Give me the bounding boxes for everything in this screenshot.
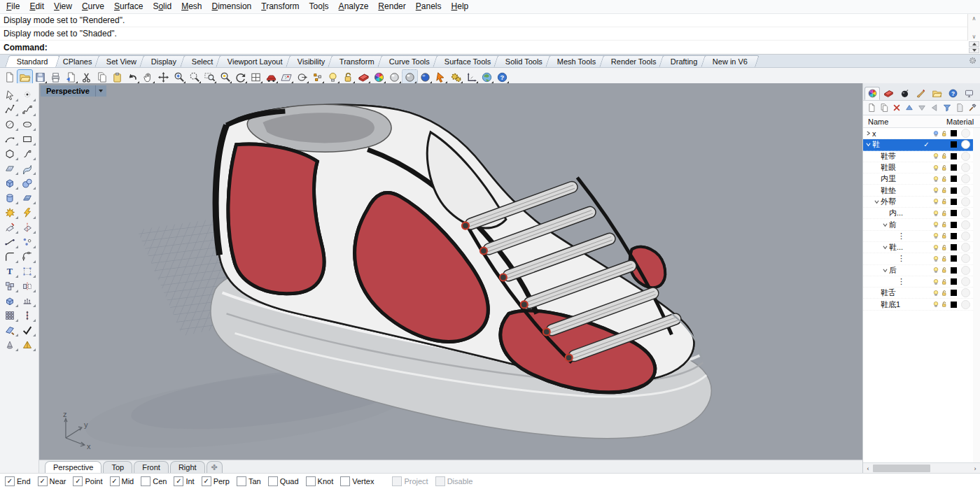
copy-icon[interactable] xyxy=(94,70,109,85)
layer-lock-icon[interactable] xyxy=(940,164,948,171)
command-history-scrollbar[interactable]: ∧ ∨ xyxy=(967,14,980,41)
layer-lock-icon[interactable] xyxy=(940,278,948,285)
viewport-title[interactable]: Perspective xyxy=(41,85,106,97)
spinner-up-icon[interactable] xyxy=(969,41,979,47)
display-wheel-tab[interactable] xyxy=(864,87,880,100)
layer-visibility-bulb-icon[interactable] xyxy=(932,210,940,217)
layer-row-鞋带[interactable]: 鞋带 xyxy=(863,151,973,162)
fillet-handles-icon[interactable] xyxy=(20,250,36,263)
control-points-icon[interactable] xyxy=(20,264,36,278)
cylinder-icon[interactable] xyxy=(2,191,18,204)
layer-visibility-bulb-icon[interactable] xyxy=(932,221,940,228)
viewport-tab-perspective[interactable]: Perspective xyxy=(45,461,102,474)
layer-lock-icon[interactable] xyxy=(940,244,948,251)
layer-color-swatch[interactable] xyxy=(948,267,958,274)
layer-row--[interactable]: ⋮ xyxy=(863,231,973,242)
save-icon[interactable] xyxy=(33,70,48,85)
polyline-icon[interactable] xyxy=(2,103,18,116)
layer-lock-icon[interactable] xyxy=(940,198,948,205)
add-viewport-tab-button[interactable]: ✤ xyxy=(206,461,223,474)
zoom-window-icon[interactable] xyxy=(202,70,217,85)
layer-color-swatch[interactable] xyxy=(948,290,958,296)
wireframe-display-icon[interactable] xyxy=(387,70,402,85)
layer-color-swatch[interactable] xyxy=(948,141,958,148)
command-history[interactable]: Display mode set to "Rendered". Display … xyxy=(0,14,980,41)
layer-row-鞋底1[interactable]: 鞋底1 xyxy=(863,299,973,310)
menu-panels[interactable]: Panels xyxy=(411,1,447,13)
osnap-cen-checkbox[interactable] xyxy=(141,476,150,486)
delete-layer-button[interactable] xyxy=(892,103,902,113)
layer-row--[interactable]: ⋮ xyxy=(863,276,973,288)
set-cplane-icon[interactable] xyxy=(295,70,309,85)
layer-color-swatch[interactable] xyxy=(948,187,958,194)
layer-material-circle[interactable] xyxy=(958,220,973,229)
menu-file[interactable]: File xyxy=(1,1,24,13)
monitor-tab[interactable] xyxy=(961,87,976,100)
layer-visibility-bulb-icon[interactable] xyxy=(932,301,940,308)
measure-icon[interactable] xyxy=(464,70,479,85)
chevron-down-icon[interactable] xyxy=(864,142,872,147)
materials-tab[interactable] xyxy=(881,87,896,100)
chevron-down-icon[interactable] xyxy=(881,222,889,227)
layer-lock-icon[interactable] xyxy=(940,290,948,297)
viewport-title-label[interactable]: Perspective xyxy=(41,85,95,97)
layer-color-swatch[interactable] xyxy=(948,244,958,250)
viewport-layout-icon[interactable] xyxy=(248,70,263,85)
toolbar-tab-curve-tools[interactable]: Curve Tools xyxy=(377,55,441,67)
osnap-vertex-checkbox[interactable] xyxy=(340,476,350,486)
layer-row--[interactable]: ⋮ xyxy=(863,253,973,264)
mirror-icon[interactable] xyxy=(20,279,36,292)
fillet-curve-icon[interactable] xyxy=(2,250,18,263)
layer-visibility-bulb-icon[interactable] xyxy=(932,255,940,262)
rendered-display-icon[interactable] xyxy=(418,70,433,85)
offset-points-icon[interactable] xyxy=(20,235,36,248)
layer-lock-icon[interactable] xyxy=(940,301,948,308)
blend-curve-icon[interactable] xyxy=(2,235,18,248)
menu-help[interactable]: Help xyxy=(447,1,474,13)
osnap-int-checkbox[interactable] xyxy=(174,476,183,486)
explode-icon[interactable] xyxy=(2,206,18,219)
layer-visibility-bulb-icon[interactable] xyxy=(932,153,940,160)
menu-render[interactable]: Render xyxy=(373,1,410,13)
layer-color-swatch[interactable] xyxy=(948,164,958,171)
layer-row-内-[interactable]: 内... xyxy=(863,208,973,219)
osnap-knot-checkbox[interactable] xyxy=(306,476,316,486)
group-icon[interactable] xyxy=(2,279,18,292)
pyramid-icon[interactable] xyxy=(20,338,36,351)
surface-patch-icon[interactable] xyxy=(20,191,36,204)
layer-color-swatch[interactable] xyxy=(948,199,958,205)
extract-surface-icon[interactable] xyxy=(20,206,36,219)
command-history-spinner[interactable] xyxy=(969,41,979,53)
layer-row-外帮[interactable]: 外帮 xyxy=(863,197,973,208)
toolbar-tab-new-in-v6[interactable]: New in V6 xyxy=(701,55,760,67)
zoom-icon[interactable] xyxy=(172,70,186,85)
libraries-tab[interactable] xyxy=(929,87,944,100)
osnap-end-checkbox[interactable] xyxy=(5,476,15,486)
layer-visibility-bulb-icon[interactable] xyxy=(932,176,940,183)
layer-color-swatch[interactable] xyxy=(948,210,958,216)
perspective-viewport[interactable]: zyx Perspective xyxy=(39,83,862,460)
menu-surface[interactable]: Surface xyxy=(109,1,148,13)
osnap-point-checkbox[interactable] xyxy=(73,476,83,486)
layer-material-circle[interactable] xyxy=(958,174,973,183)
menu-view[interactable]: View xyxy=(49,1,77,13)
toolbar-tab-viewport-layout[interactable]: Viewport Layout xyxy=(216,55,294,67)
layer-tools-button[interactable] xyxy=(967,103,977,113)
menu-solid[interactable]: Solid xyxy=(148,1,176,13)
rectangle-icon[interactable] xyxy=(20,132,36,146)
scrollbar-thumb[interactable] xyxy=(873,465,930,472)
layer-row-前[interactable]: 前 xyxy=(863,219,973,230)
chevron-right-icon[interactable] xyxy=(864,131,872,136)
osnap-disable-checkbox[interactable] xyxy=(435,476,445,486)
layer-material-circle[interactable] xyxy=(958,186,973,195)
osnap-points-icon[interactable] xyxy=(310,70,325,85)
export-document-icon[interactable] xyxy=(64,70,78,85)
cone-icon[interactable] xyxy=(2,338,18,351)
layer-color-swatch[interactable] xyxy=(948,233,958,239)
layer-color-swatch[interactable] xyxy=(948,222,958,228)
layer-material-circle[interactable] xyxy=(958,232,973,241)
layer-material-circle[interactable] xyxy=(958,254,973,263)
layer-material-circle[interactable] xyxy=(958,129,973,138)
viewport-tab-right[interactable]: Right xyxy=(170,461,205,474)
viewport-menu-chevron-down-icon[interactable] xyxy=(95,85,106,97)
